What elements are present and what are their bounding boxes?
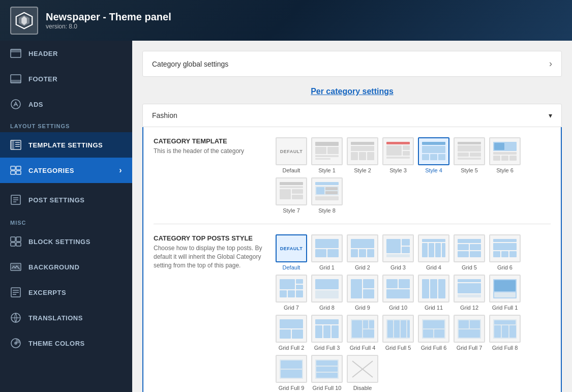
top-posts-desc: Choose how to display the top posts. By … [154, 244, 265, 269]
top-posts-thumb-grid11 [418, 275, 449, 303]
svg-rect-60 [494, 143, 504, 150]
thumb-label-style8: Style 8 [318, 207, 336, 214]
top-posts-thumb-gridfull3 [311, 315, 343, 343]
svg-rect-3 [11, 49, 21, 52]
svg-rect-156 [281, 360, 302, 369]
svg-rect-73 [325, 187, 338, 190]
sidebar-item-block-settings[interactable]: BLOCK SETTINGS [0, 229, 132, 254]
template-thumb-style5[interactable]: Style 5 [454, 137, 485, 173]
fashion-accordion-header[interactable]: Fashion ▾ [142, 104, 562, 127]
top-posts-gridfull5[interactable]: Grid Full 5 [382, 315, 414, 351]
top-posts-gridfull10[interactable]: Grid Full 10 [311, 355, 343, 391]
svg-rect-120 [458, 283, 481, 293]
top-posts-label-gridfull2: Grid Full 2 [279, 345, 305, 351]
top-posts-grid12[interactable]: Grid 12 [454, 275, 485, 311]
top-posts-grid10[interactable]: Grid 10 [382, 275, 414, 311]
thumb-img-default: DEFAULT [276, 137, 307, 165]
top-posts-label-gridfull5: Grid Full 5 [385, 345, 411, 351]
svg-rect-141 [407, 320, 410, 338]
top-posts-grid1[interactable]: Grid 1 [311, 234, 343, 270]
sidebar-item-categories[interactable]: CATEGORIES › [0, 158, 132, 183]
top-posts-thumb-gridfull10 [311, 355, 343, 383]
template-thumb-default[interactable]: DEFAULT Default [276, 137, 307, 173]
template-thumb-style3[interactable]: Style 3 [382, 137, 414, 173]
top-posts-grid7[interactable]: Grid 7 [276, 275, 307, 311]
svg-rect-134 [363, 320, 368, 328]
top-posts-thumb-grid9 [347, 275, 378, 303]
svg-rect-126 [280, 329, 291, 339]
sidebar-item-background[interactable]: BACKGROUND [0, 254, 132, 280]
svg-rect-74 [325, 191, 338, 194]
global-settings-bar[interactable]: Category global settings › [142, 51, 562, 77]
sidebar-item-template-settings[interactable]: TEMPLATE SETTINGS [0, 132, 132, 158]
top-posts-gridfull9[interactable]: Grid Full 9 [276, 355, 307, 391]
svg-rect-103 [296, 279, 303, 284]
template-thumb-style8[interactable]: Style 8 [311, 177, 343, 214]
top-posts-gridfull7[interactable]: Grid Full 7 [454, 315, 485, 351]
top-posts-grid6[interactable]: Grid 6 [489, 234, 521, 270]
top-posts-label-grid6: Grid 6 [497, 264, 513, 270]
sidebar-item-ads[interactable]: ADS [0, 92, 132, 117]
global-settings-chevron: › [549, 58, 552, 69]
sidebar-item-header[interactable]: HEADER [0, 41, 132, 66]
svg-rect-36 [327, 147, 339, 154]
top-posts-label-grid8: Grid 8 [319, 305, 335, 311]
template-thumb-style4[interactable]: Style 4 [418, 137, 449, 173]
top-posts-grid4[interactable]: Grid 4 [418, 234, 449, 270]
svg-rect-154 [509, 325, 516, 338]
top-posts-thumb-default: DEFAULT [276, 234, 307, 262]
svg-rect-101 [509, 251, 517, 257]
misc-label: MISC [0, 213, 132, 229]
top-posts-gridfull2[interactable]: Grid Full 2 [276, 315, 307, 351]
top-posts-thumb-grid12 [454, 275, 485, 303]
svg-rect-54 [458, 142, 481, 144]
template-thumb-style2[interactable]: Style 2 [347, 137, 378, 173]
header-icon [10, 48, 21, 59]
top-posts-thumb-grid6 [489, 234, 521, 262]
svg-rect-152 [494, 325, 501, 338]
svg-rect-22 [11, 243, 15, 246]
sidebar-item-post-settings[interactable]: POST SETTINGS [0, 187, 132, 213]
top-posts-gridfull4[interactable]: Grid Full 4 [347, 315, 378, 351]
sidebar-label-footer: FOOTER [28, 75, 57, 83]
top-posts-grid9[interactable]: Grid 9 [347, 275, 378, 311]
top-posts-thumb-grid10 [382, 275, 414, 303]
svg-rect-127 [292, 329, 303, 339]
thumb-label-style1: Style 1 [318, 167, 336, 173]
template-thumb-style6[interactable]: Style 6 [489, 137, 521, 173]
sidebar-label-ads: ADS [28, 101, 43, 108]
svg-rect-121 [458, 294, 481, 297]
top-posts-grid3[interactable]: Grid 3 [382, 234, 414, 270]
top-posts-default[interactable]: DEFAULT Default [276, 234, 307, 270]
sidebar-item-footer[interactable]: FOOTER [0, 66, 132, 92]
top-posts-label-grid10: Grid 10 [389, 305, 407, 311]
svg-rect-117 [430, 279, 437, 298]
top-posts-gridfull1[interactable]: Grid Full 1 [489, 275, 521, 311]
svg-rect-49 [422, 142, 445, 145]
top-posts-gridfull3[interactable]: Grid Full 3 [311, 315, 343, 351]
sidebar-item-theme-colors[interactable]: THEME COLORS [0, 330, 132, 356]
top-posts-grid2[interactable]: Grid 2 [347, 234, 378, 270]
top-posts-grid11[interactable]: Grid 11 [418, 275, 449, 311]
svg-rect-78 [327, 249, 339, 257]
svg-rect-153 [502, 325, 508, 338]
template-thumb-style7[interactable]: Style 7 [276, 177, 307, 214]
svg-rect-92 [458, 239, 481, 243]
top-posts-gridfull8[interactable]: Grid Full 8 [489, 315, 521, 351]
svg-rect-106 [288, 290, 295, 297]
top-posts-grid8[interactable]: Grid 8 [311, 275, 343, 311]
top-posts-gridfull6[interactable]: Grid Full 6 [418, 315, 449, 351]
svg-rect-87 [422, 239, 445, 242]
top-posts-disable[interactable]: Disable [347, 355, 378, 391]
header-version: version: 8.0 [46, 23, 171, 30]
template-thumb-style1[interactable]: Style 1 [311, 137, 343, 173]
top-posts-thumb-gridfull9 [276, 355, 307, 383]
sidebar-item-translations[interactable]: TRANSLATIONS [0, 305, 132, 330]
template-icon [10, 139, 21, 150]
top-posts-title: CATEGORY TOP POSTS STYLE [154, 234, 265, 242]
category-template-desc: This is the header of the category [154, 147, 265, 156]
sidebar-item-excerpts[interactable]: EXCERPTS [0, 280, 132, 305]
top-posts-grid5[interactable]: Grid 5 [454, 234, 485, 270]
svg-rect-107 [296, 290, 303, 297]
svg-rect-84 [402, 239, 410, 246]
